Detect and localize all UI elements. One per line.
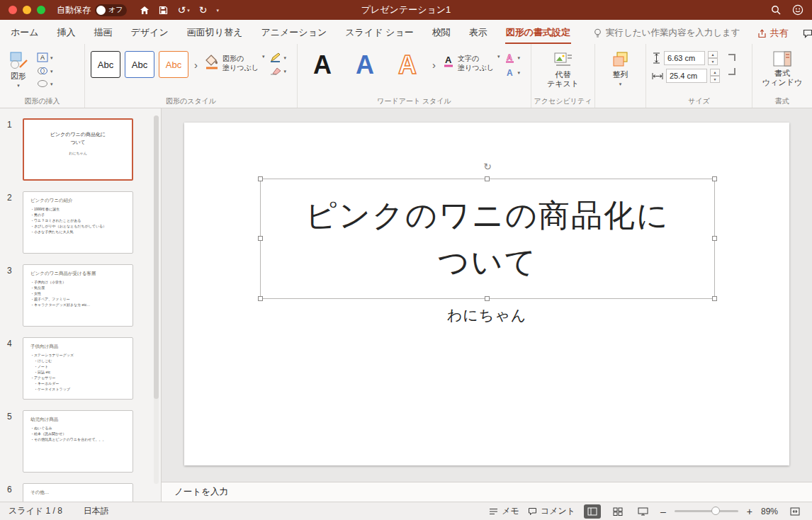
maximize-button[interactable] <box>37 6 45 14</box>
text-box-button[interactable]: A ▾ <box>37 52 53 62</box>
thumbnail-canvas[interactable]: 子供向け商品 ・ステーショナリーグッズ ・けしごむ ・ノート ・日誌 etc ・… <box>23 337 133 400</box>
tab-animations[interactable]: アニメーション <box>260 21 327 44</box>
slide-canvas[interactable]: ↻ ピンクのワニの商品化に ついて わにちゃん <box>184 123 789 465</box>
shape-outline-button[interactable]: ▾ <box>270 52 286 62</box>
thumbnail-canvas[interactable]: ピンクのワニの商品化に ついて わにちゃん <box>23 118 133 181</box>
thumb-body: ・ステーショナリーグッズ ・けしごむ ・ノート ・日誌 etc ・アクセサリー … <box>30 352 125 392</box>
slide-thumbnail-6[interactable]: 6 その他… <box>0 483 161 502</box>
width-step-down-icon[interactable]: ▼ <box>710 76 720 83</box>
tab-draw[interactable]: 描画 <box>94 21 113 44</box>
text-effects-button[interactable]: A ▾ <box>505 67 520 78</box>
resize-handle-ne[interactable] <box>712 176 717 181</box>
comments-pane-button[interactable]: コメント <box>528 505 575 517</box>
rotate-handle-icon[interactable]: ↻ <box>483 161 492 172</box>
shape-style-option-3[interactable]: Abc <box>159 51 188 78</box>
normal-view-icon <box>587 507 597 516</box>
account-icon[interactable] <box>792 4 803 16</box>
crop-corner-bottom-icon[interactable] <box>728 68 735 75</box>
shape-width-input[interactable] <box>666 69 707 83</box>
thumbnail-canvas[interactable]: ピンクのワニ商品が受ける客層 ・子供向け（小学生） ・気分屋 ・女性 ・親子ペア… <box>23 264 133 327</box>
height-step-down-icon[interactable]: ▼ <box>708 58 718 65</box>
tab-design[interactable]: デザイン <box>130 21 169 44</box>
slide-thumbnail-1[interactable]: 1 ピンクのワニの商品化に ついて わにちゃん <box>0 118 161 181</box>
tab-insert[interactable]: 挿入 <box>57 21 77 44</box>
resize-handle-se[interactable] <box>712 296 717 301</box>
thumbnail-canvas[interactable]: ピンクのワニの紹介 ・1999年春に誕生 ・男の子 ・ワニ？コミされたことがある… <box>23 191 133 254</box>
zoom-out-button[interactable]: – <box>660 506 666 517</box>
width-step-up-icon[interactable]: ▲ <box>710 69 720 76</box>
wordart-expand-icon[interactable]: › <box>431 59 437 71</box>
search-icon[interactable] <box>771 5 781 15</box>
thumbnail-canvas[interactable]: その他… <box>23 483 133 502</box>
text-outline-button[interactable]: A ▾ <box>505 52 520 63</box>
zoom-slider-thumb[interactable] <box>711 507 720 515</box>
tell-me-search[interactable]: 実行したい作業内容を入力します <box>594 27 740 44</box>
notes-input[interactable]: ノートを入力 <box>162 482 812 502</box>
redo-button[interactable]: ↻ <box>199 5 208 15</box>
shape-effects-button[interactable]: ▾ <box>270 67 286 75</box>
width-stepper[interactable]: ▲▼ <box>710 69 720 83</box>
resize-handle-sw[interactable] <box>258 296 263 301</box>
panel-scrollbar[interactable] <box>154 115 159 484</box>
tab-view[interactable]: 表示 <box>468 21 488 44</box>
autosave-switch[interactable]: オフ <box>95 4 127 16</box>
customize-toolbar-icon[interactable]: ▾ <box>216 8 219 13</box>
thumbnail-canvas[interactable]: 幼児向け商品 ・ぬいぐるみ ・絵本（読み聞かせ） ・その他玩具とピンクのワニを合… <box>23 410 133 473</box>
autosave-toggle[interactable]: 自動保存 オフ <box>57 4 127 16</box>
tab-shape-format[interactable]: 図形の書式設定 <box>505 21 571 44</box>
slide-thumbnail-2[interactable]: 2 ピンクのワニの紹介 ・1999年春に誕生 ・男の子 ・ワニ？コミされたことが… <box>0 191 161 254</box>
slide-title-text[interactable]: ピンクのワニの商品化に ついて <box>261 179 714 298</box>
shape-style-option-1[interactable]: Abc <box>91 51 120 78</box>
comments-button[interactable]: コメント <box>803 27 812 40</box>
slide-sorter-view-button[interactable] <box>609 504 626 519</box>
share-button[interactable]: 共有 <box>757 27 789 40</box>
gallery-expand-icon[interactable]: › <box>193 59 199 71</box>
shape-fill-button[interactable]: 図形の 塗りつぶし ▾ <box>205 51 264 72</box>
slide-subtitle-text[interactable]: わにちゃん <box>184 305 789 325</box>
resize-handle-s[interactable] <box>485 296 490 301</box>
text-fill-button[interactable]: A 文字の 塗りつぶし ▾ <box>443 51 500 72</box>
tab-slideshow[interactable]: スライド ショー <box>344 21 414 44</box>
minimize-button[interactable] <box>23 6 31 14</box>
height-stepper[interactable]: ▲▼ <box>708 51 718 65</box>
panel-scrollbar-thumb[interactable] <box>154 115 159 399</box>
alt-text-button[interactable]: 代替 テキスト <box>544 51 582 89</box>
editor-area: ↻ ピンクのワニの商品化に ついて わにちゃん ノートを入力 <box>162 108 812 502</box>
save-icon[interactable] <box>159 6 168 15</box>
notes-toggle-button[interactable]: メモ <box>489 505 519 517</box>
shape-style-option-2[interactable]: Abc <box>125 51 154 78</box>
wordart-option-1[interactable]: A <box>303 51 342 79</box>
resize-handle-nw[interactable] <box>258 176 263 181</box>
zoom-level[interactable]: 89% <box>761 507 778 516</box>
fit-slide-to-window-button[interactable] <box>786 504 803 519</box>
home-icon[interactable] <box>140 6 150 15</box>
merge-shapes-button[interactable]: ▾ <box>37 67 53 75</box>
undo-dropdown-icon[interactable]: ▾ <box>187 8 190 13</box>
title-text-box[interactable]: ↻ ピンクのワニの商品化に ついて <box>260 179 715 299</box>
oval-shape-button[interactable]: ▾ <box>37 79 53 88</box>
tab-home[interactable]: ホーム <box>10 21 40 44</box>
shapes-button[interactable]: 図形 ▾ <box>6 51 31 88</box>
close-button[interactable] <box>9 6 17 14</box>
resize-handle-w[interactable] <box>258 236 263 241</box>
crop-corner-top-icon[interactable] <box>728 54 735 61</box>
wordart-option-2[interactable]: A <box>346 51 384 79</box>
tab-review[interactable]: 校閲 <box>432 21 451 44</box>
zoom-in-button[interactable]: + <box>747 506 752 517</box>
resize-handle-n[interactable] <box>485 176 490 181</box>
height-step-up-icon[interactable]: ▲ <box>708 51 718 58</box>
slideshow-view-button[interactable] <box>635 504 652 519</box>
wordart-option-3[interactable]: A <box>388 51 427 79</box>
tab-transitions[interactable]: 画面切り替え <box>186 21 244 44</box>
arrange-button[interactable]: 整列 ▾ <box>609 51 633 86</box>
format-pane-button[interactable]: 書式 ウィンドウ <box>760 51 805 87</box>
zoom-slider[interactable] <box>675 510 738 512</box>
slide-thumbnail-5[interactable]: 5 幼児向け商品 ・ぬいぐるみ ・絵本（読み聞かせ） ・その他玩具とピンクのワニ… <box>0 410 161 473</box>
slide-thumbnail-3[interactable]: 3 ピンクのワニ商品が受ける客層 ・子供向け（小学生） ・気分屋 ・女性 ・親子… <box>0 264 161 327</box>
normal-view-button[interactable] <box>584 504 601 519</box>
language-indicator[interactable]: 日本語 <box>84 505 109 517</box>
undo-button[interactable]: ↺▾ <box>177 5 189 15</box>
shape-height-input[interactable] <box>664 51 705 65</box>
slide-thumbnail-4[interactable]: 4 子供向け商品 ・ステーショナリーグッズ ・けしごむ ・ノート ・日誌 etc… <box>0 337 161 400</box>
resize-handle-e[interactable] <box>712 236 717 241</box>
